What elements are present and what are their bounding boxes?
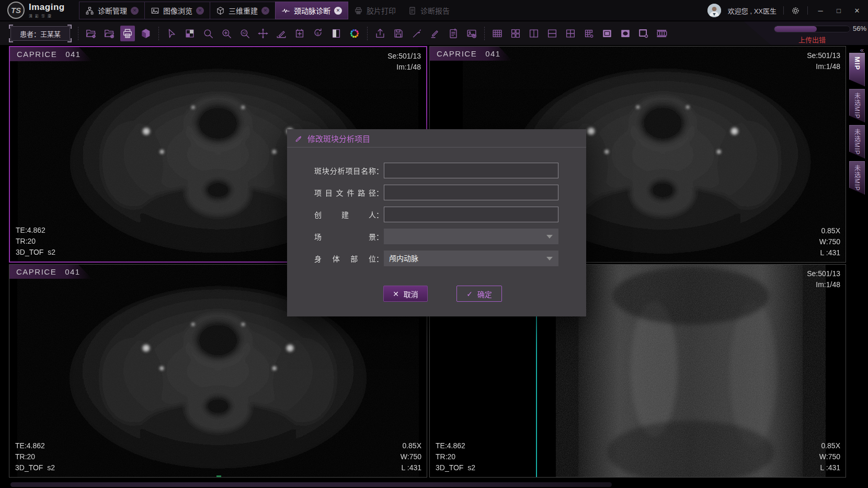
tab-label: 颈动脉诊断 xyxy=(294,5,330,16)
tab-label: 诊断管理 xyxy=(98,5,127,16)
grid-blocks-tool-button[interactable] xyxy=(508,26,523,41)
project-name-input[interactable] xyxy=(384,163,558,178)
acquisition-info-overlay: TE:4.862TR:20 3D_TOF s2 xyxy=(16,225,55,258)
folder-add-tool-button[interactable] xyxy=(102,26,117,41)
tab-close-icon[interactable]: ✕ xyxy=(131,7,139,15)
gear-icon[interactable] xyxy=(791,6,801,16)
pen-tool-button[interactable] xyxy=(409,26,424,41)
page-add-tool-button[interactable] xyxy=(292,26,307,41)
logo-subtitle: 清影华康 xyxy=(29,13,65,18)
zoom-x2-icon: x2 xyxy=(239,28,250,39)
user-area: 欢迎您 , XX医生 ─ □ ✕ xyxy=(707,0,863,21)
zoom-x2-tool-button[interactable]: x2 xyxy=(237,26,252,41)
cube-solid-tool-button[interactable] xyxy=(139,26,153,41)
folder-settings-icon xyxy=(85,28,97,39)
tab-close-icon[interactable]: ✕ xyxy=(196,7,204,15)
tab-carotid-diagnosis[interactable]: 颈动脉诊断✕ xyxy=(275,2,348,19)
form-row-body-part: 身体部位 ： 颅内动脉 xyxy=(314,251,586,266)
cursor-tool-button[interactable] xyxy=(164,26,179,41)
film-strip-icon xyxy=(656,28,668,39)
tab-diagnosis-management[interactable]: 诊断管理✕ xyxy=(79,2,145,19)
mip-tab-rail: « MIP未选MIP未选MIP未选MIP xyxy=(846,45,868,488)
scene-select[interactable] xyxy=(384,229,558,244)
cancel-icon: ✕ xyxy=(393,290,399,298)
split-horizontal-icon xyxy=(546,28,558,39)
pan-tool-button[interactable] xyxy=(256,26,270,41)
rotate-tool-button[interactable]: S xyxy=(311,26,325,41)
logo-monogram: TS xyxy=(7,2,25,19)
toolbar: 患者：王某某 x2S 56% 上传出错 xyxy=(0,21,868,45)
grid-dense-tool-button[interactable] xyxy=(490,26,505,41)
tab-film-print: 胶片打印 xyxy=(348,2,402,19)
toolbar-divider xyxy=(484,27,485,40)
avatar[interactable] xyxy=(707,4,721,17)
field-label: 场景 xyxy=(314,231,376,242)
tab-image-browse[interactable]: 图像浏览✕ xyxy=(144,2,210,19)
toolbar-divider xyxy=(158,27,159,40)
side-tab-mip[interactable]: MIP xyxy=(849,53,865,86)
print-icon xyxy=(122,28,133,39)
grid-close-tool-button[interactable] xyxy=(581,26,596,41)
waveform-icon xyxy=(281,6,290,15)
rotate-icon: S xyxy=(312,28,324,39)
title-bar: TS Imaging 清影华康 诊断管理✕图像浏览✕三维重建✕颈动脉诊断✕胶片打… xyxy=(0,0,868,21)
collapse-rail-icon[interactable]: « xyxy=(860,46,864,54)
folder-settings-tool-button[interactable] xyxy=(84,26,98,41)
body-part-select-value: 颅内动脉 xyxy=(389,254,418,263)
tab-close-icon[interactable]: ✕ xyxy=(334,7,342,15)
report-add-tool-button[interactable] xyxy=(446,26,461,41)
corner-bracket xyxy=(9,38,13,42)
checkerboard-tool-button[interactable] xyxy=(182,26,197,41)
side-tab-unselected-mip-1[interactable]: 未选MIP xyxy=(849,89,865,122)
upload-error-text[interactable]: 上传出错 xyxy=(769,35,855,44)
confirm-button[interactable]: ✓ 确定 xyxy=(456,286,502,302)
tab-close-icon[interactable]: ✕ xyxy=(261,7,269,15)
upload-panel: 56% 上传出错 xyxy=(744,21,868,45)
save-icon xyxy=(393,28,404,39)
measure-tool-button[interactable] xyxy=(274,26,289,41)
tab-label: 胶片打印 xyxy=(367,5,396,16)
print-tool-button[interactable] xyxy=(120,26,135,41)
horizontal-scrollbar[interactable] xyxy=(10,482,612,487)
report-icon xyxy=(408,6,417,15)
upload-tool-button[interactable] xyxy=(373,26,387,41)
form-row-scene: 场景 ： xyxy=(314,229,586,244)
side-tab-label: 未选MIP xyxy=(853,129,862,155)
grid-2x2-tool-button[interactable] xyxy=(563,26,578,41)
creator-input[interactable] xyxy=(384,207,558,222)
acquisition-info-overlay: TE:4.862TR:20 3D_TOF s2 xyxy=(436,440,475,473)
maximize-button[interactable]: □ xyxy=(833,7,844,15)
zoom-in-icon xyxy=(221,28,232,39)
tab-3d-reconstruction[interactable]: 三维重建✕ xyxy=(210,2,276,19)
contrast-tool-button[interactable] xyxy=(329,26,344,41)
color-wheel-tool-button[interactable] xyxy=(347,26,362,41)
ellipse-overlay-icon xyxy=(620,28,631,39)
close-button[interactable]: ✕ xyxy=(851,7,863,15)
search-tool-button[interactable] xyxy=(201,26,215,41)
upload-progress-fill xyxy=(774,26,817,32)
series-name: CAPRICE xyxy=(437,47,477,61)
file-path-input[interactable] xyxy=(384,185,558,200)
rect-close-tool-button[interactable] xyxy=(636,26,651,41)
pen-line-tool-button[interactable] xyxy=(428,26,442,41)
film-strip-tool-button[interactable] xyxy=(655,26,669,41)
save-tool-button[interactable] xyxy=(391,26,406,41)
tab-label: 三维重建 xyxy=(229,5,258,16)
side-tab-unselected-mip-2[interactable]: 未选MIP xyxy=(849,125,865,158)
rect-overlay-tool-button[interactable] xyxy=(600,26,614,41)
ellipse-overlay-tool-button[interactable] xyxy=(618,26,633,41)
minimize-button[interactable]: ─ xyxy=(815,7,826,15)
dialog-form: 斑块分析项目名称 ： 项目文件路径 ： 创建人 ： 场景 ： 身体部位 ： xyxy=(287,147,586,266)
zoom-in-tool-button[interactable] xyxy=(219,26,234,41)
split-horizontal-tool-button[interactable] xyxy=(545,26,559,41)
corner-bracket xyxy=(9,25,13,29)
side-tab-unselected-mip-3[interactable]: 未选MIP xyxy=(849,161,865,195)
grid-close-icon xyxy=(583,28,595,39)
color-wheel-icon xyxy=(349,28,360,39)
body-part-select[interactable]: 颅内动脉 xyxy=(384,251,558,266)
cancel-button[interactable]: ✕ 取消 xyxy=(383,286,428,302)
split-vertical-tool-button[interactable] xyxy=(527,26,541,41)
image-upload-tool-button[interactable] xyxy=(464,26,479,41)
svg-text:x2: x2 xyxy=(242,31,246,35)
field-label: 身体部位 xyxy=(314,253,376,264)
